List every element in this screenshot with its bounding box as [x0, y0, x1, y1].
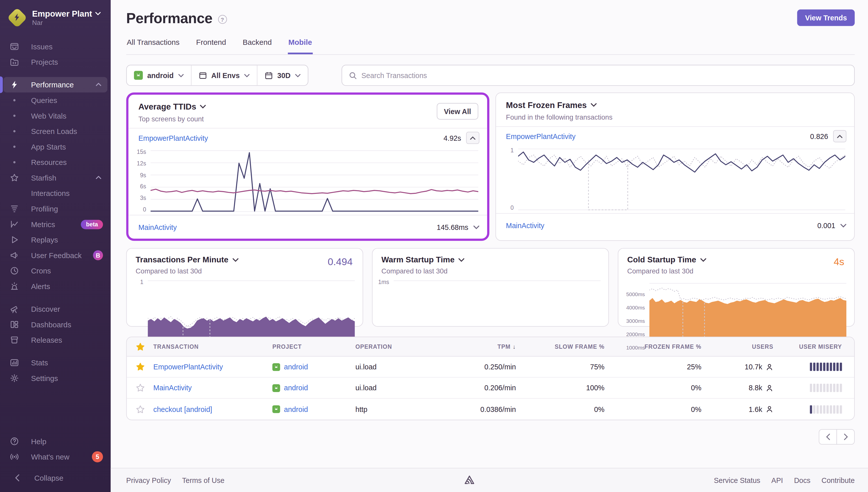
tpm-card: Transactions Per Minute Compared to last…	[126, 248, 363, 326]
operation-cell: http	[355, 405, 444, 414]
sidebar-item-what-s-new[interactable]: What's new5	[3, 449, 107, 465]
sidebar-item-stats[interactable]: Stats	[3, 355, 107, 371]
column-header-operation[interactable]: OPERATION	[355, 343, 444, 350]
footer-link-api[interactable]: API	[771, 476, 783, 485]
footer-link-service-status[interactable]: Service Status	[714, 476, 760, 485]
warm-startup-card: Warm Startup Time Compared to last 30d 1…	[372, 248, 609, 326]
view-all-button[interactable]: View All	[437, 103, 478, 120]
table-header: TRANSACTIONPROJECTOPERATIONTPM ↓SLOW FRA…	[127, 337, 854, 356]
sidebar-item-screen-loads[interactable]: Screen Loads	[3, 123, 107, 139]
help-icon[interactable]: ?	[218, 15, 227, 24]
column-header-frozen-frame[interactable]: FROZEN FRAME %	[605, 343, 701, 350]
project-cell[interactable]: android	[272, 405, 355, 414]
row-star-toggle[interactable]	[127, 383, 154, 393]
y-axis-tick: 2000ms	[626, 331, 645, 337]
search-input[interactable]	[361, 71, 848, 79]
sidebar-item-releases[interactable]: Releases	[3, 332, 107, 348]
ttid-top-row: EmpowerPlantActivity 4.92s	[128, 128, 487, 147]
y-axis-tick: 0	[143, 206, 146, 213]
bullet-icon	[14, 161, 16, 164]
sidebar-item-settings[interactable]: Settings	[3, 370, 107, 386]
ttid-top-value: 4.92s	[443, 134, 461, 142]
transaction-link[interactable]: MainActivity	[506, 221, 544, 229]
sidebar-item-crons[interactable]: Crons	[3, 263, 107, 279]
sidebar-item-help[interactable]: Help	[3, 434, 107, 449]
sidebar-item-profiling[interactable]: Profiling	[3, 201, 107, 217]
footer-link-privacy-policy[interactable]: Privacy Policy	[126, 476, 171, 485]
sidebar-item-issues[interactable]: Issues	[3, 39, 107, 54]
column-header-transaction[interactable]: TRANSACTION	[153, 343, 272, 350]
table-body: EmpowerPlantActivityandroidui.load0.250/…	[127, 356, 854, 420]
sidebar-item-queries[interactable]: Queries	[3, 92, 107, 108]
sidebar-item-performance[interactable]: Performance	[3, 77, 107, 93]
collapse-row-button[interactable]	[466, 132, 480, 144]
transaction-link[interactable]: EmpowerPlantActivity	[138, 134, 208, 142]
table-row: EmpowerPlantActivityandroidui.load0.250/…	[127, 356, 854, 378]
window-icon	[199, 71, 207, 79]
project-cell[interactable]: android	[272, 363, 355, 371]
y-axis-tick: 3s	[140, 194, 146, 201]
tab-mobile[interactable]: Mobile	[288, 38, 312, 54]
column-header-project[interactable]: PROJECT	[272, 343, 355, 350]
collapse-row-button[interactable]	[833, 130, 846, 142]
row-star-toggle[interactable]	[127, 362, 154, 371]
transaction-link[interactable]: checkout [android]	[153, 405, 212, 414]
sidebar-item-dashboards[interactable]: Dashboards	[3, 317, 107, 333]
telescope-icon	[10, 305, 19, 314]
tab-all-transactions[interactable]: All Transactions	[126, 38, 180, 54]
transaction-link[interactable]: EmpowerPlantActivity	[153, 363, 223, 371]
sidebar-bottom-nav: HelpWhat's new5	[0, 434, 111, 465]
sidebar-item-metrics[interactable]: Metricsbeta	[3, 217, 107, 232]
project-filter-value: android	[147, 71, 174, 79]
sidebar-item-resources[interactable]: Resources	[3, 155, 107, 170]
sidebar-item-starfish[interactable]: Starfish	[3, 170, 107, 186]
sidebar-item-collapse[interactable]: Collapse	[6, 470, 104, 486]
average-ttids-card: Average TTIDs Top screens by count View …	[126, 92, 489, 241]
warm-startup-title-dropdown[interactable]: Warm Startup Time	[381, 255, 599, 264]
frozen-chart: 10	[496, 146, 854, 213]
footer-link-terms-of-use[interactable]: Terms of Use	[182, 476, 224, 485]
column-header-tpm[interactable]: TPM ↓	[444, 343, 516, 350]
android-icon	[272, 384, 280, 392]
transactions-table: TRANSACTIONPROJECTOPERATIONTPM ↓SLOW FRA…	[126, 337, 854, 420]
expand-row-button[interactable]	[840, 223, 846, 227]
sidebar-item-discover[interactable]: Discover	[3, 301, 107, 317]
environment-filter[interactable]: All Envs	[191, 65, 257, 85]
sidebar-item-replays[interactable]: Replays	[3, 232, 107, 247]
star-icon	[10, 173, 19, 182]
column-header-slow-frame[interactable]: SLOW FRAME %	[516, 343, 605, 350]
sidebar-item-projects[interactable]: Projects	[3, 54, 107, 70]
project-cell[interactable]: android	[272, 384, 355, 392]
tab-frontend[interactable]: Frontend	[196, 38, 227, 54]
tpm-title-dropdown[interactable]: Transactions Per Minute	[136, 255, 354, 264]
column-header-users[interactable]: USERS	[701, 343, 773, 350]
tab-backend[interactable]: Backend	[242, 38, 272, 54]
transaction-link[interactable]: MainActivity	[138, 223, 177, 231]
android-icon	[272, 363, 280, 371]
expand-row-button[interactable]	[473, 225, 479, 229]
sidebar-item-user-feedback[interactable]: User FeedbackB	[3, 247, 107, 263]
previous-page-button[interactable]	[819, 429, 837, 445]
column-header-user-misery[interactable]: USER MISERY	[773, 343, 854, 350]
transaction-link[interactable]: EmpowerPlantActivity	[506, 132, 576, 140]
star-column-header[interactable]	[127, 342, 154, 351]
cold-startup-title-dropdown[interactable]: Cold Startup Time	[627, 255, 845, 264]
next-page-button[interactable]	[837, 429, 855, 445]
sidebar-item-web-vitals[interactable]: Web Vitals	[3, 108, 107, 124]
row-star-toggle[interactable]	[127, 404, 154, 414]
sidebar-item-interactions[interactable]: Interactions	[3, 186, 107, 201]
average-ttids-title-dropdown[interactable]: Average TTIDs	[138, 102, 477, 111]
date-range-filter[interactable]: 30D	[257, 65, 308, 85]
sidebar-item-alerts[interactable]: Alerts	[3, 278, 107, 294]
issues-icon	[10, 42, 19, 51]
frozen-frames-title-dropdown[interactable]: Most Frozen Frames	[506, 100, 844, 109]
footer-link-contribute[interactable]: Contribute	[821, 476, 854, 485]
sidebar-item-app-starts[interactable]: App Starts	[3, 139, 107, 155]
project-filter[interactable]: android	[127, 65, 191, 85]
sidebar: Empower Plant Nar IssuesProjectsPerforma…	[0, 0, 111, 492]
org-switcher[interactable]: Empower Plant Nar	[0, 0, 111, 31]
transaction-link[interactable]: MainActivity	[153, 384, 192, 392]
footer-link-docs[interactable]: Docs	[794, 476, 810, 485]
play-icon	[10, 236, 19, 244]
view-trends-button[interactable]: View Trends	[797, 9, 854, 26]
